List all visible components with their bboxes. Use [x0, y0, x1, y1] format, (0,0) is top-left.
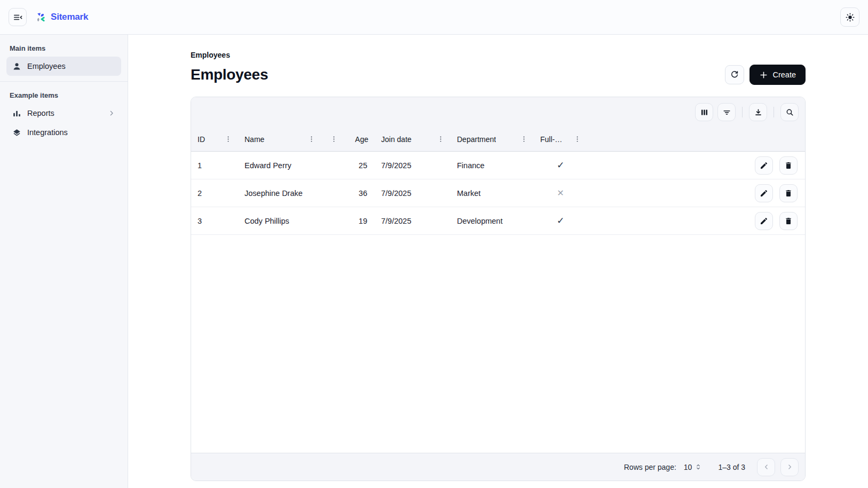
cell-join-date: 7/9/2025 [375, 161, 451, 170]
sidebar-item-reports[interactable]: Reports [6, 104, 121, 123]
trash-icon [784, 189, 793, 198]
cell-actions [587, 156, 805, 175]
column-header-full-time[interactable]: Full-… [534, 127, 587, 151]
rows-per-page-select[interactable]: 10 [684, 463, 703, 471]
previous-page-button[interactable] [757, 458, 775, 476]
download-icon [754, 108, 763, 117]
export-button[interactable] [749, 103, 767, 121]
top-bar: Sitemark [0, 0, 868, 35]
topbar-left: Sitemark [9, 8, 88, 26]
grid-footer: Rows per page: 10 1–3 of 3 [191, 453, 805, 481]
grid-header-row: ID Name A [191, 127, 805, 152]
pencil-icon [760, 217, 768, 225]
search-button[interactable] [780, 103, 799, 121]
sidebar-collapse-button[interactable] [9, 8, 27, 26]
column-header-actions [587, 127, 805, 151]
toolbar-divider [774, 107, 774, 117]
sidebar-item-label: Employees [27, 62, 66, 70]
pencil-icon [760, 189, 768, 198]
breadcrumb[interactable]: Employees [191, 51, 230, 59]
delete-button[interactable] [779, 184, 798, 202]
data-grid: ID Name A [191, 97, 806, 481]
column-header-department[interactable]: Department [451, 127, 534, 151]
create-button-label: Create [772, 70, 796, 79]
select-stepper-icon [695, 463, 702, 471]
cell-name: Cody Phillips [238, 217, 321, 225]
sidebar-section-header: Main items [6, 40, 121, 57]
column-header-id[interactable]: ID [191, 127, 238, 151]
column-menu-icon[interactable] [328, 133, 340, 145]
pagination-range: 1–3 of 3 [718, 463, 745, 471]
bar-chart-icon [12, 108, 22, 119]
cell-full-time: ✕ [534, 188, 587, 198]
sun-icon [845, 12, 855, 22]
theme-toggle-button[interactable] [840, 7, 859, 27]
page-title: Employees [191, 66, 268, 83]
cell-full-time: ✓ [534, 160, 587, 171]
cross-icon: ✕ [557, 188, 564, 198]
plus-icon [759, 70, 768, 80]
refresh-button[interactable] [725, 65, 744, 84]
column-menu-icon[interactable] [518, 133, 530, 145]
cell-department: Development [451, 217, 534, 225]
column-header-join-date[interactable]: Join date [375, 127, 451, 151]
delete-button[interactable] [779, 212, 798, 230]
rows-per-page-label: Rows per page: [624, 463, 676, 471]
filter-button[interactable] [717, 103, 736, 121]
trash-icon [784, 161, 793, 170]
create-button[interactable]: Create [749, 65, 806, 85]
sidebar-item-label: Integrations [27, 128, 68, 137]
edit-button[interactable] [755, 184, 773, 202]
grid-empty-area [191, 235, 805, 453]
cell-join-date: 7/9/2025 [375, 189, 451, 198]
sidebar-item-employees[interactable]: Employees [6, 57, 121, 76]
column-menu-icon[interactable] [305, 133, 317, 145]
trash-icon [784, 217, 793, 225]
menu-open-icon [13, 12, 23, 22]
column-menu-icon[interactable] [435, 133, 446, 145]
sidebar-item-label: Reports [27, 109, 54, 117]
grid-toolbar [191, 97, 805, 127]
app-body: Main items Employees Example items [0, 35, 868, 488]
columns-button[interactable] [695, 103, 713, 121]
cell-department: Finance [451, 161, 534, 170]
delete-button[interactable] [779, 156, 798, 175]
column-header-age[interactable]: Age [321, 127, 375, 151]
cell-age: 19 [321, 217, 375, 225]
cell-name: Edward Perry [238, 161, 321, 170]
sidebar: Main items Employees Example items [0, 35, 128, 488]
cell-department: Market [451, 189, 534, 198]
cell-age: 36 [321, 189, 375, 198]
toolbar-divider [742, 107, 743, 117]
edit-button[interactable] [755, 212, 773, 230]
cell-actions [587, 212, 805, 230]
chevron-right-icon [786, 463, 794, 471]
person-icon [12, 61, 22, 72]
next-page-button[interactable] [780, 458, 799, 476]
sidebar-item-integrations[interactable]: Integrations [6, 123, 121, 142]
cell-name: Josephine Drake [238, 189, 321, 198]
cell-actions [587, 184, 805, 202]
sitemark-logo-icon [34, 11, 46, 23]
layers-icon [12, 128, 22, 138]
search-icon [785, 108, 794, 117]
sidebar-divider [0, 81, 128, 82]
table-row[interactable]: 2 Josephine Drake 36 7/9/2025 Market ✕ [191, 179, 805, 207]
column-menu-icon[interactable] [571, 133, 583, 145]
check-icon: ✓ [557, 160, 564, 171]
column-header-name[interactable]: Name [238, 127, 321, 151]
cell-age: 25 [321, 161, 375, 170]
logo-text: Sitemark [51, 12, 88, 22]
main-content: Employees Employees [128, 35, 868, 488]
cell-id: 3 [191, 217, 238, 225]
refresh-icon [730, 70, 739, 80]
column-menu-icon[interactable] [222, 133, 234, 145]
chevron-right-icon [107, 109, 116, 117]
filter-icon [722, 108, 731, 117]
check-icon: ✓ [557, 215, 564, 226]
edit-button[interactable] [755, 156, 773, 175]
table-row[interactable]: 1 Edward Perry 25 7/9/2025 Finance ✓ [191, 152, 805, 179]
logo[interactable]: Sitemark [34, 11, 88, 23]
table-row[interactable]: 3 Cody Phillips 19 7/9/2025 Development … [191, 207, 805, 235]
chevron-left-icon [762, 463, 770, 471]
